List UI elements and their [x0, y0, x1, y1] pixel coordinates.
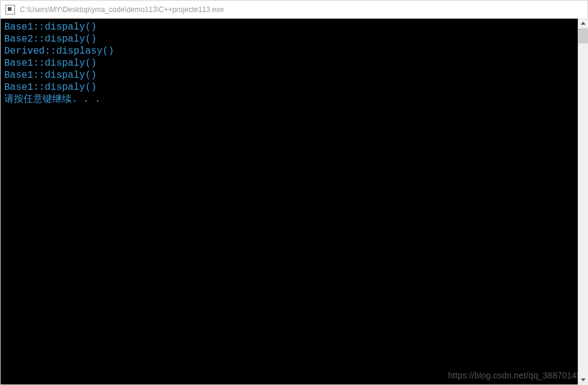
chevron-up-icon: [581, 22, 586, 25]
scroll-track[interactable]: [578, 28, 588, 375]
console-output-area[interactable]: Base1::dispaly() Base2::dispaly() Derive…: [1, 19, 587, 384]
scroll-up-button[interactable]: [578, 18, 588, 28]
vertical-scrollbar[interactable]: [578, 18, 588, 385]
scroll-thumb[interactable]: [578, 28, 588, 43]
console-line: Base1::dispaly(): [4, 57, 584, 69]
window-title: C:\Users\MY\Desktop\yma_code\demo113\C++…: [20, 5, 224, 14]
console-line: 请按任意键继续. . .: [4, 93, 584, 105]
console-line: Derived::displasy(): [4, 45, 584, 57]
console-line: Base1::dispaly(): [4, 81, 584, 93]
titlebar[interactable]: C:\Users\MY\Desktop\yma_code\demo113\C++…: [1, 1, 587, 19]
chevron-down-icon: [581, 378, 586, 381]
console-line: Base1::dispaly(): [4, 21, 584, 33]
watermark-text: https://blog.csdn.net/qq_38870145: [448, 371, 581, 381]
app-icon: [5, 5, 15, 14]
console-window: C:\Users\MY\Desktop\yma_code\demo113\C++…: [0, 0, 588, 385]
console-line: Base2::dispaly(): [4, 33, 584, 45]
scroll-down-button[interactable]: [578, 375, 588, 385]
console-line: Base1::dispaly(): [4, 69, 584, 81]
